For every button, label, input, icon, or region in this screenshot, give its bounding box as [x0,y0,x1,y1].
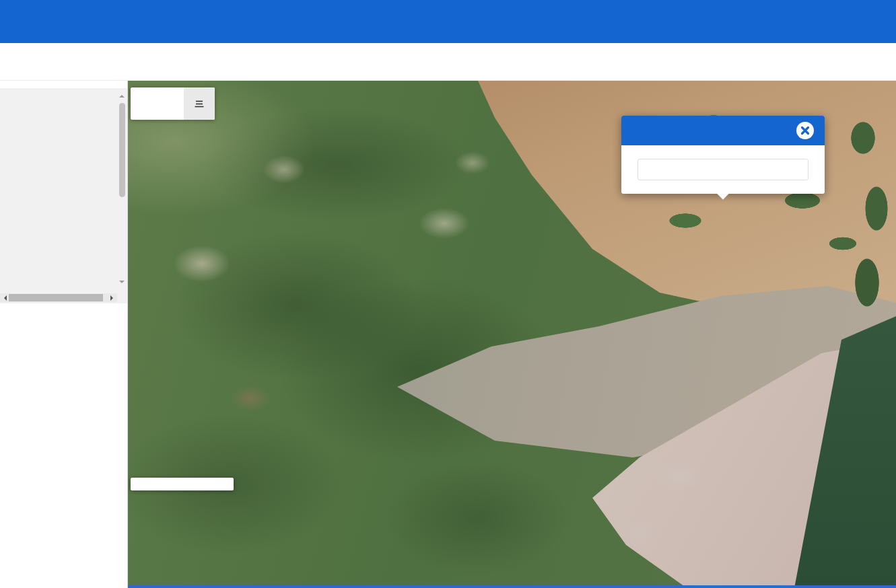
horizontal-scrollbar[interactable] [0,293,117,302]
scroll-up-icon[interactable] [119,92,125,98]
object-list-card [131,87,215,120]
popup-body [621,145,825,194]
app-header [0,0,896,43]
object-list-toggle-button[interactable] [184,87,215,120]
detail-info-button[interactable] [637,159,808,180]
water-project-layer-panel [0,88,127,303]
scroll-down-icon[interactable] [119,281,125,286]
vertical-scrollbar[interactable] [118,91,127,287]
popup-header [621,116,825,145]
app-logo diamond-tiles-icon [8,7,38,36]
view-tabbar [0,43,896,81]
close-icon[interactable] [796,122,814,139]
satellite-map[interactable] [128,81,896,588]
vertical-scroll-thumb[interactable] [119,103,125,197]
scroll-left-icon[interactable] [1,295,7,301]
scroll-right-icon[interactable] [110,295,116,301]
map-bottom-strip [128,585,896,588]
layer-sidebar [0,81,128,588]
horizontal-scroll-thumb[interactable] [9,294,103,301]
reservoir-size-legend [131,478,234,490]
reservoir-popup [621,116,825,194]
list-lines-icon [193,98,205,110]
